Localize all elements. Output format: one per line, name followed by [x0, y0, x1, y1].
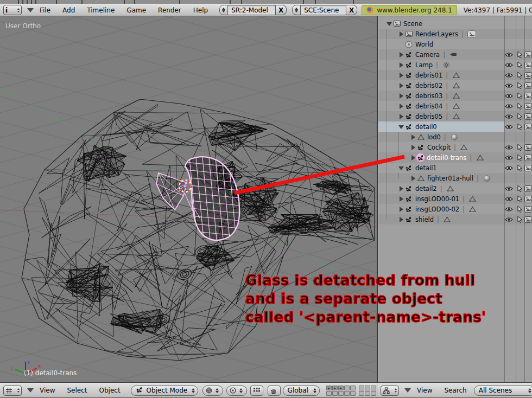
eye-toggle[interactable] [505, 73, 513, 78]
eye-toggle[interactable] [505, 165, 513, 171]
expand-arrow-icon[interactable] [398, 113, 404, 119]
layer-toggle[interactable] [350, 386, 356, 390]
cursor-toggle[interactable] [517, 206, 523, 213]
menu-object[interactable]: Object [93, 387, 126, 394]
hand-tool-button[interactable] [268, 386, 281, 396]
layer-toggle[interactable] [365, 391, 370, 396]
menu-view[interactable]: View [34, 387, 61, 394]
editor-type-button[interactable]: i [3, 5, 22, 15]
layer-toggle[interactable] [371, 386, 376, 390]
menu-select[interactable]: Select [61, 387, 93, 394]
eye-toggle[interactable] [505, 83, 513, 88]
layer-toggle[interactable] [332, 386, 338, 390]
mode-dropdown[interactable]: Object Mode [131, 386, 198, 396]
menu-file[interactable]: File [34, 7, 56, 14]
menu-view-outliner[interactable]: View [411, 387, 438, 394]
eye-toggle[interactable] [505, 196, 513, 202]
scenes-dropdown[interactable]: All Scenes [474, 386, 532, 396]
outliner-row-detail0[interactable]: detail0 [378, 121, 532, 132]
header-collapse-icon[interactable] [27, 8, 34, 12]
expand-arrow-icon[interactable] [398, 165, 404, 171]
expand-arrow-icon[interactable] [398, 31, 404, 37]
expand-arrow-icon[interactable] [398, 72, 404, 78]
render-toggle[interactable] [524, 103, 532, 110]
screen-close-button[interactable]: X [276, 5, 287, 15]
manipulator-button[interactable] [250, 386, 263, 396]
expand-arrow-icon[interactable] [398, 124, 404, 130]
expand-arrow-icon[interactable] [398, 52, 404, 57]
render-toggle[interactable] [524, 82, 532, 89]
cursor-toggle[interactable] [517, 123, 523, 131]
render-toggle[interactable] [524, 216, 532, 223]
cursor-toggle[interactable] [517, 61, 523, 69]
eye-toggle[interactable] [505, 52, 513, 57]
cursor-toggle[interactable] [517, 113, 523, 120]
cursor-toggle[interactable] [517, 82, 523, 89]
menu-help[interactable]: Help [187, 7, 214, 14]
render-toggle[interactable] [524, 62, 532, 68]
layer-toggle[interactable] [338, 391, 344, 396]
layer-toggle[interactable] [365, 386, 370, 390]
expand-arrow-icon[interactable] [398, 93, 404, 99]
expand-arrow-icon[interactable] [410, 134, 416, 140]
layer-toggle[interactable] [359, 386, 364, 390]
cursor-toggle[interactable] [517, 185, 523, 192]
render-toggle[interactable] [524, 144, 532, 151]
eye-toggle[interactable] [505, 186, 513, 191]
screen-name-field[interactable]: SR:2-Model [228, 5, 276, 15]
outliner-row-fighter01a-hull[interactable]: fighter01a-hull| [378, 173, 532, 183]
layer-toggle[interactable] [326, 386, 332, 390]
eye-toggle[interactable] [505, 104, 513, 109]
expand-arrow-icon[interactable] [398, 206, 404, 212]
eye-toggle[interactable] [505, 207, 513, 212]
cursor-toggle[interactable] [517, 102, 523, 110]
render-toggle[interactable] [524, 124, 532, 130]
expand-arrow-icon[interactable] [398, 196, 404, 202]
outliner-row-debris02[interactable]: debris02| [378, 80, 532, 91]
cursor-toggle[interactable] [517, 164, 523, 172]
eye-toggle[interactable] [505, 93, 513, 99]
layer-toggle[interactable] [326, 391, 332, 396]
eye-toggle[interactable] [505, 124, 513, 130]
outliner-panel[interactable]: SceneRenderLayers|WorldCamera|Lamp|debri… [378, 16, 532, 383]
render-toggle[interactable] [524, 185, 532, 192]
cursor-toggle[interactable] [517, 51, 523, 59]
outliner-row-shield[interactable]: shield| [378, 214, 532, 224]
expand-arrow-icon[interactable] [410, 144, 416, 150]
scene-name-field[interactable]: SCE:Scene [301, 5, 346, 15]
eye-toggle[interactable] [505, 114, 513, 119]
scene-close-button[interactable]: X [346, 5, 357, 15]
expand-arrow-icon[interactable] [410, 155, 416, 161]
outliner-row-insglod00-01[interactable]: insgLOD00-01| [378, 194, 532, 204]
cursor-toggle[interactable] [517, 216, 523, 223]
cursor-toggle[interactable] [517, 72, 523, 79]
cursor-toggle[interactable] [517, 144, 523, 151]
outliner-row-detail0-trans[interactable]: detail0-trans| [378, 152, 532, 163]
orientation-dropdown[interactable]: Global [283, 386, 320, 396]
editor-type-button-3d[interactable] [3, 386, 22, 396]
outliner-row-camera[interactable]: Camera| [378, 49, 532, 60]
expand-arrow-icon[interactable] [398, 82, 404, 88]
render-toggle[interactable] [524, 72, 532, 79]
menu-timeline[interactable]: Timeline [81, 7, 121, 14]
outliner-row-debris01[interactable]: debris01| [378, 70, 532, 80]
layer-toggle[interactable] [350, 391, 356, 396]
render-toggle[interactable] [524, 93, 532, 99]
render-toggle[interactable] [524, 206, 532, 213]
cursor-toggle[interactable] [517, 154, 523, 162]
menu-search[interactable]: Search [438, 387, 472, 394]
expand-arrow-icon[interactable] [398, 185, 404, 191]
outliner-row-debris04[interactable]: debris04| [378, 101, 532, 111]
menu-add[interactable]: Add [56, 7, 81, 14]
layer-toggle[interactable] [344, 391, 350, 396]
outliner-row-insglod00-02[interactable]: insgLOD00-02| [378, 204, 532, 214]
outliner-row-debris05[interactable]: debris05| [378, 111, 532, 121]
layer-toggle[interactable] [371, 391, 376, 396]
editor-type-button-outliner[interactable] [381, 386, 399, 396]
outliner-row-cockpit[interactable]: Cockpit| [378, 142, 532, 152]
outliner-row-lod0[interactable]: lod0| [378, 132, 532, 142]
outliner-row-scene[interactable]: Scene [378, 18, 532, 29]
menu-game[interactable]: Game [121, 7, 152, 14]
layer-toggle[interactable] [359, 391, 364, 396]
layer-toggle[interactable] [344, 386, 350, 390]
